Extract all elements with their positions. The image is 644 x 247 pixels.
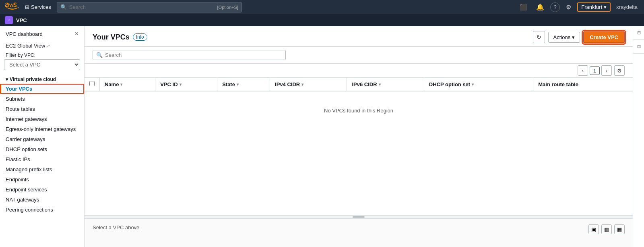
sidebar-item-managed-prefix-lists[interactable]: Managed prefix lists bbox=[0, 164, 84, 174]
vpc-filter-wrapper: Select a VPC bbox=[0, 59, 84, 73]
prev-page-button[interactable]: ‹ bbox=[578, 65, 588, 76]
right-side-panel: ⊟ ⊡ bbox=[633, 26, 644, 247]
filter-by-vpc-label: Filter by VPC: bbox=[0, 51, 84, 59]
sidebar-item-egress-only[interactable]: Egress-only internet gateways bbox=[0, 124, 84, 134]
content-area: Your VPCs Info ↻ Actions ▾ Create VPC 🔍 bbox=[85, 26, 633, 247]
actions-label: Actions bbox=[553, 34, 571, 40]
sidebar-category-virtual-private-cloud[interactable]: ▾ Virtual private cloud bbox=[0, 73, 84, 84]
create-vpc-label: Create VPC bbox=[590, 34, 618, 40]
pagination-row: ‹ 1 › ⚙ bbox=[85, 64, 633, 78]
main-layout: VPC dashboard × EC2 Global View ↗ Filter… bbox=[0, 26, 644, 247]
table-search-input[interactable] bbox=[105, 52, 282, 58]
managed-prefix-lists-label: Managed prefix lists bbox=[6, 166, 52, 172]
create-vpc-button[interactable]: Create VPC bbox=[583, 31, 625, 43]
sidebar-item-elastic-ips[interactable]: Elastic IPs bbox=[0, 154, 84, 164]
sidebar-item-your-vpcs[interactable]: Your VPCs bbox=[0, 84, 84, 94]
search-input[interactable] bbox=[69, 4, 215, 10]
endpoints-label: Endpoints bbox=[6, 176, 29, 183]
service-name-label: VPC bbox=[16, 17, 27, 23]
carrier-gateways-label: Carrier gateways bbox=[6, 136, 45, 142]
nat-gateways-label: NAT gateways bbox=[6, 197, 39, 203]
bell-icon-btn[interactable]: 🔔 bbox=[533, 2, 547, 12]
th-name-sort-icon[interactable]: ▾ bbox=[120, 82, 122, 87]
select-all-checkbox[interactable] bbox=[89, 81, 95, 86]
region-caret-icon: ▾ bbox=[604, 4, 607, 10]
sidebar-item-subnets[interactable]: Subnets bbox=[0, 94, 84, 104]
search-shortcut: [Option+S] bbox=[217, 5, 238, 10]
top-search-bar[interactable]: 🔍 [Option+S] bbox=[57, 2, 242, 12]
sidebar-item-peering-connections[interactable]: Peering connections bbox=[0, 205, 84, 215]
panel-view-icon1[interactable]: ▣ bbox=[588, 224, 599, 234]
sidebar-item-route-tables[interactable]: Route tables bbox=[0, 104, 84, 114]
apps-icon: ⊞ bbox=[25, 4, 29, 10]
th-ipv4-cidr: IPv4 CIDR ▾ bbox=[270, 78, 347, 91]
vpc-table: Name ▾ VPC ID ▾ State bbox=[85, 78, 633, 130]
sidebar-item-endpoint-services[interactable]: Endpoint services bbox=[0, 185, 84, 195]
top-navigation: ⊞ Services 🔍 [Option+S] ⬛ 🔔 ? ⚙ Frankfur… bbox=[0, 0, 644, 14]
service-breadcrumb-bar: V VPC bbox=[0, 14, 644, 26]
bottom-panel: Select a VPC above ▣ ▥ ▦ bbox=[85, 215, 633, 247]
sidebar-item-nat-gateways[interactable]: NAT gateways bbox=[0, 195, 84, 205]
category-label: Virtual private cloud bbox=[10, 77, 56, 82]
table-settings-button[interactable]: ⚙ bbox=[614, 65, 625, 76]
your-vpcs-label: Your VPCs bbox=[6, 86, 32, 92]
th-ipv6-sort-icon[interactable]: ▾ bbox=[379, 82, 381, 87]
elastic-ips-label: Elastic IPs bbox=[6, 156, 30, 162]
region-selector[interactable]: Frankfurt ▾ bbox=[577, 2, 611, 12]
th-vpc-id-label: VPC ID bbox=[160, 81, 178, 87]
th-dhcp-sort-icon[interactable]: ▾ bbox=[472, 82, 474, 87]
help-icon-btn[interactable]: ? bbox=[550, 2, 560, 12]
services-nav-button[interactable]: ⊞ Services bbox=[23, 2, 54, 12]
vpc-filter-select[interactable]: Select a VPC bbox=[4, 59, 80, 70]
sidebar-item-ec2-global[interactable]: EC2 Global View ↗ bbox=[0, 41, 84, 51]
search-icon: 🔍 bbox=[60, 4, 67, 10]
actions-button[interactable]: Actions ▾ bbox=[548, 32, 580, 43]
bottom-panel-view-icons: ▣ ▥ ▦ bbox=[588, 224, 625, 234]
screen-icon-btn[interactable]: ⬛ bbox=[517, 2, 530, 12]
th-ipv6-cidr: IPv6 CIDR ▾ bbox=[347, 78, 424, 91]
user-menu-button[interactable]: xraydelta bbox=[614, 2, 640, 12]
aws-logo[interactable] bbox=[4, 2, 19, 12]
sidebar-dashboard-link[interactable]: VPC dashboard bbox=[6, 31, 43, 37]
th-dhcp-label: DHCP option set bbox=[429, 81, 470, 87]
panel-resize-handle[interactable] bbox=[85, 216, 633, 219]
sidebar-close-button[interactable]: × bbox=[75, 30, 78, 37]
sidebar-item-endpoints[interactable]: Endpoints bbox=[0, 174, 84, 185]
bottom-panel-select-message: Select a VPC above bbox=[93, 224, 139, 230]
empty-state-row: No VPCs found in this Region bbox=[85, 91, 633, 130]
page-number: 1 bbox=[590, 66, 600, 75]
sidebar-item-dhcp-option-sets[interactable]: DHCP option sets bbox=[0, 144, 84, 154]
th-ipv6-cidr-label: IPv6 CIDR bbox=[352, 81, 377, 87]
sidebar-item-internet-gateways[interactable]: Internet gateways bbox=[0, 114, 84, 124]
route-tables-label: Route tables bbox=[6, 106, 35, 112]
th-main-route-label: Main route table bbox=[538, 81, 578, 87]
endpoint-services-label: Endpoint services bbox=[6, 187, 47, 193]
settings-icon: ⚙ bbox=[617, 68, 622, 74]
side-btn-1[interactable]: ⊟ bbox=[633, 26, 644, 40]
settings-icon-btn[interactable]: ⚙ bbox=[563, 2, 574, 12]
th-state: State ▾ bbox=[217, 78, 270, 91]
internet-gateways-label: Internet gateways bbox=[6, 116, 47, 122]
select-all-checkbox-header bbox=[85, 78, 100, 91]
search-input-wrapper[interactable]: 🔍 bbox=[93, 50, 286, 60]
th-vpc-id-sort-icon[interactable]: ▾ bbox=[180, 82, 182, 87]
title-row: Your VPCs Info bbox=[93, 33, 147, 42]
th-state-sort-icon[interactable]: ▾ bbox=[237, 82, 239, 87]
info-badge[interactable]: Info bbox=[133, 33, 147, 41]
sidebar-item-carrier-gateways[interactable]: Carrier gateways bbox=[0, 134, 84, 144]
th-dhcp-option-set: DHCP option set ▾ bbox=[424, 78, 533, 91]
content-header: Your VPCs Info ↻ Actions ▾ Create VPC bbox=[85, 26, 633, 47]
refresh-icon: ↻ bbox=[537, 34, 541, 40]
services-label: Services bbox=[31, 4, 51, 10]
panel-view-icon3[interactable]: ▦ bbox=[614, 224, 625, 234]
th-name: Name ▾ bbox=[100, 78, 155, 91]
table-body: No VPCs found in this Region bbox=[85, 91, 633, 130]
panel-view-icon2[interactable]: ▥ bbox=[601, 224, 612, 234]
category-arrow-icon: ▾ bbox=[6, 77, 8, 82]
th-ipv4-sort-icon[interactable]: ▾ bbox=[301, 82, 303, 87]
next-page-button[interactable]: › bbox=[601, 65, 612, 76]
actions-caret-icon: ▾ bbox=[572, 34, 575, 40]
side-btn-2[interactable]: ⊡ bbox=[633, 40, 644, 54]
sidebar: VPC dashboard × EC2 Global View ↗ Filter… bbox=[0, 26, 85, 247]
refresh-button[interactable]: ↻ bbox=[533, 31, 545, 43]
